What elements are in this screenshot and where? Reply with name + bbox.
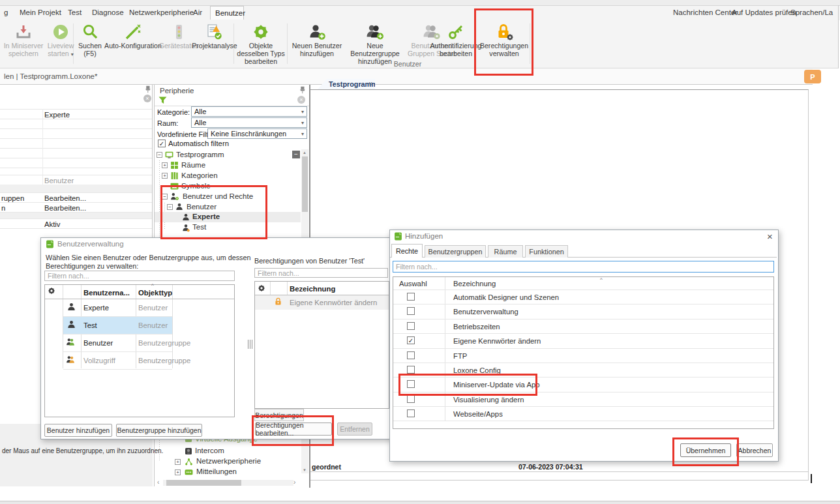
tab-testprogramm[interactable]: Testprogramm × — [318, 79, 375, 89]
ribbon-save-to-miniserver-button[interactable]: In Miniserver speichern — [3, 22, 44, 57]
column-header-bezeichnung[interactable]: Bezeichnung — [290, 285, 335, 293]
tree-expander[interactable]: + — [162, 173, 168, 179]
edit-permissions-button[interactable]: Berechtigungen bearbeiten... — [255, 422, 332, 436]
ribbon-edit-same-type-button[interactable]: Objekte desselben Typs bearbeiten — [235, 22, 287, 66]
user-row-name[interactable]: Test — [83, 321, 97, 329]
property-value[interactable]: Bearbeiten... — [44, 194, 86, 202]
user-row-name[interactable]: Benutzer — [83, 339, 113, 347]
tree-item-kategorien[interactable]: Kategorien — [181, 171, 218, 179]
auto-filter-checkbox[interactable]: ✓ — [158, 140, 166, 147]
right-checkbox[interactable] — [407, 366, 415, 374]
column-header-bezeichnung[interactable]: Bezeichnung — [453, 280, 496, 288]
close-icon[interactable]: × — [767, 231, 773, 242]
column-header-auswahl[interactable]: Auswahl — [399, 280, 427, 288]
column-header-objekttyp[interactable]: Objekttyp — [138, 289, 172, 297]
tree-item-intercom[interactable]: Intercom — [195, 447, 224, 454]
tree-item-netzwerkperipherie[interactable]: Netzwerkperipherie — [196, 457, 261, 465]
right-checkbox[interactable] — [407, 380, 415, 388]
menu-item-test[interactable]: Test — [68, 8, 82, 16]
tree-expander[interactable]: + — [175, 459, 181, 465]
ribbon-add-usergroup-button[interactable]: Neue Benutzergruppe hinzufügen — [344, 22, 406, 66]
tab-funktionen[interactable]: Funktionen — [525, 245, 568, 258]
ribbon-projektanalyse-button[interactable]: Projektanalyse — [196, 22, 233, 50]
dialog-icon — [394, 232, 402, 242]
filter-funnel-icon[interactable] — [158, 96, 167, 106]
clear-filter-icon[interactable]: × — [143, 95, 151, 102]
right-checkbox[interactable] — [407, 293, 415, 301]
column-header-benutzername[interactable]: Benutzerna... — [83, 289, 130, 297]
table-settings-gear-icon[interactable] — [48, 287, 55, 296]
ribbon-manage-permissions-button[interactable]: Berechtigungen verwalten — [483, 22, 526, 57]
tree-item-testprogramm[interactable]: Testprogramm — [176, 151, 224, 158]
tree-item-benutzer-und-rechte[interactable]: Benutzer und Rechte — [183, 192, 253, 200]
collapse-all-icon[interactable]: − — [292, 151, 300, 158]
vordefinierte-filter-select[interactable]: Keine Einschränkungen ▾ — [207, 128, 307, 139]
right-checkbox[interactable] — [407, 307, 415, 315]
pin-icon[interactable] — [145, 85, 151, 95]
scroll-up-icon[interactable]: ▲ — [303, 149, 307, 156]
right-checkbox[interactable] — [407, 351, 415, 359]
user-badge-icon — [182, 224, 190, 233]
remove-permission-button[interactable]: Entfernen — [337, 422, 372, 436]
ribbon-auth-edit-button[interactable]: Authentifizierung bearbeiten — [430, 22, 481, 57]
right-label: Automatik Designer und Szenen — [453, 293, 559, 301]
apply-button[interactable]: Übernehmen — [680, 443, 731, 457]
tree-expander[interactable]: − — [167, 204, 173, 210]
usergroup-green-icon — [66, 338, 76, 348]
menu-item-updates[interactable]: Auf Updates prüfen — [732, 8, 796, 16]
ribbon-liveview-button[interactable]: Liveview starten ▾ — [43, 22, 78, 57]
right-checkbox[interactable] — [407, 409, 415, 417]
property-value[interactable]: Bearbeiten... — [44, 204, 86, 212]
scroll-left-icon[interactable]: ‹ — [157, 479, 159, 486]
tab-raeume[interactable]: Räume — [488, 245, 523, 258]
orange-p-button[interactable]: P — [804, 70, 821, 83]
user-row-name[interactable]: Experte — [83, 304, 109, 312]
menu-item-netzwerkperipherie[interactable]: Netzwerkperipherie — [129, 8, 194, 16]
menu-item-cut[interactable]: g — [4, 8, 8, 16]
ribbon-search-button[interactable]: Suchen (F5) — [74, 22, 106, 57]
clear-filter-icon[interactable]: × — [297, 96, 305, 104]
add-user-button[interactable]: Benutzer hinzufügen — [44, 424, 112, 437]
table-settings-gear-icon[interactable] — [258, 284, 265, 293]
user-row-name[interactable]: Vollzugriff — [83, 357, 115, 364]
right-checkbox-checked[interactable]: ✓ — [407, 336, 415, 344]
menu-item-diagnose[interactable]: Diagnose — [92, 8, 124, 16]
tree-item-benutzer[interactable]: Benutzer — [187, 203, 217, 211]
menu-item-air[interactable]: Air — [193, 8, 202, 16]
ribbon-autoconfig-button[interactable]: Auto-Konfiguration — [104, 22, 162, 50]
cancel-button[interactable]: Abbrechen — [736, 443, 773, 457]
scroll-down-icon[interactable]: ▼ — [303, 467, 307, 473]
add-usergroup-button[interactable]: Benutzergruppe hinzufügen — [116, 424, 202, 437]
vertical-scrollbar-thumb[interactable] — [302, 156, 308, 212]
user-filter-input[interactable] — [44, 271, 235, 281]
window-right-border — [838, 5, 839, 68]
rights-filter-input[interactable] — [393, 261, 774, 273]
tab-close-icon[interactable]: × — [368, 80, 372, 87]
tree-item-experte[interactable]: Experte — [192, 213, 220, 220]
kategorie-select[interactable]: Alle ▾ — [191, 106, 307, 117]
dialog-splitter-handle[interactable] — [250, 340, 250, 349]
tree-expander[interactable]: − — [157, 152, 162, 158]
right-checkbox[interactable] — [407, 395, 415, 403]
tree-expander[interactable]: + — [175, 469, 181, 475]
tree-expander[interactable]: + — [162, 162, 168, 168]
menu-tab-benutzer-active[interactable]: Benutzer — [210, 6, 244, 20]
menu-item-mein-projekt[interactable]: Mein Projekt — [20, 8, 61, 16]
tree-item-mitteilungen[interactable]: Mitteilungen — [196, 467, 237, 475]
permissions-filter-input[interactable] — [254, 268, 388, 278]
menu-item-nachrichten-center[interactable]: Nachrichten Center — [673, 8, 738, 16]
menu-item-sprachen[interactable]: Sprachen/La — [790, 8, 833, 16]
tree-item-raeume[interactable]: Räume — [181, 161, 205, 169]
tree-item-symbole[interactable]: Symbole — [181, 182, 211, 190]
ribbon-add-user-button[interactable]: Neuen Benutzer hinzufügen — [288, 22, 346, 57]
tree-item-test[interactable]: Test — [192, 223, 206, 231]
scroll-right-icon[interactable]: › — [293, 479, 295, 486]
raum-select[interactable]: Alle ▾ — [191, 117, 307, 128]
right-checkbox[interactable] — [407, 322, 415, 330]
permissions-pane-tab[interactable]: Berechtigungen — [254, 409, 304, 421]
tree-expander[interactable]: − — [162, 194, 168, 200]
tab-rechte[interactable]: Rechte — [391, 244, 423, 258]
pin-icon[interactable] — [299, 86, 305, 95]
horizontal-scrollbar-thumb[interactable] — [166, 480, 241, 486]
tab-benutzergruppen[interactable]: Benutzergruppen — [425, 245, 486, 258]
